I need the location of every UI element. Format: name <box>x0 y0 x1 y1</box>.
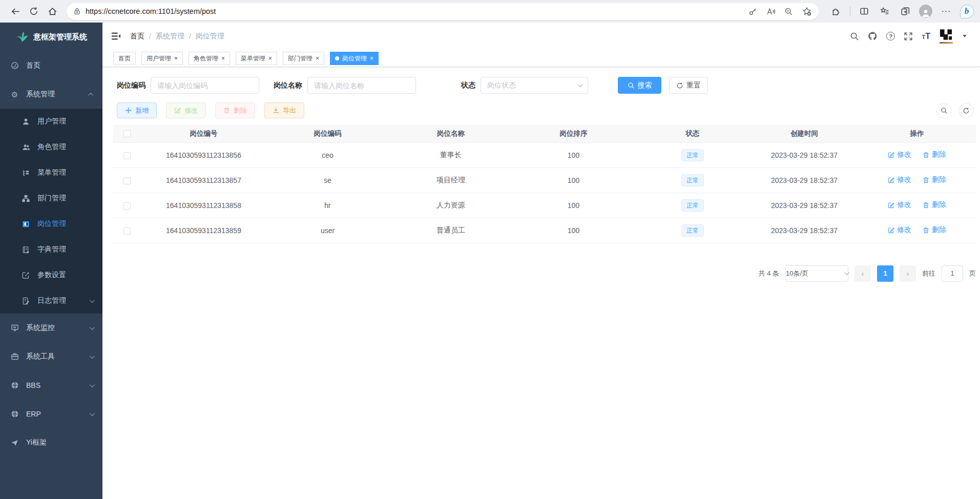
profile-avatar[interactable] <box>918 3 934 19</box>
trash-icon <box>923 202 929 209</box>
tab-menu-mgmt[interactable]: 菜单管理 × <box>236 52 277 65</box>
row-edit-button[interactable]: 修改 <box>888 150 911 159</box>
sidebar-item-dict-mgmt[interactable]: 字典管理 <box>0 237 102 262</box>
paper-plane-icon <box>10 439 19 447</box>
row-delete-button[interactable]: 删除 <box>923 150 946 159</box>
tab-post-mgmt[interactable]: 岗位管理 × <box>330 52 379 65</box>
page-size-select[interactable]: 10条/页 <box>785 265 848 282</box>
refresh-table-button[interactable] <box>958 103 974 118</box>
row-checkbox[interactable] <box>123 152 131 159</box>
sidebar-item-log-mgmt[interactable]: 日志管理 <box>0 288 102 314</box>
tab-label: 部门管理 <box>288 54 312 63</box>
refresh-icon[interactable] <box>26 3 42 19</box>
chevron-down-icon <box>90 298 95 303</box>
row-delete-button[interactable]: 删除 <box>923 225 946 235</box>
address-bar[interactable]: https://ccnetcore.com:1101/system/post <box>67 3 819 20</box>
delete-button[interactable]: 删除 <box>215 102 255 118</box>
sidebar-item-param-settings[interactable]: 参数设置 <box>0 262 102 288</box>
chevron-up-icon <box>88 92 93 97</box>
sidebar-item-label: 日志管理 <box>37 296 66 305</box>
sidebar-item-tools[interactable]: 系统工具 <box>0 342 102 371</box>
row-delete-button[interactable]: 删除 <box>923 175 946 184</box>
select-all-checkbox[interactable] <box>123 130 131 137</box>
sidebar-item-erp[interactable]: ERP <box>0 400 102 428</box>
pagination-total: 共 4 条 <box>759 269 779 278</box>
zoom-out-icon[interactable] <box>784 7 793 16</box>
post-table: 岗位编号 岗位编码 岗位名称 岗位排序 状态 创建时间 操作 164103059… <box>113 125 976 243</box>
sidebar-item-post-mgmt[interactable]: 岗位管理 <box>0 211 102 237</box>
row-delete-button[interactable]: 删除 <box>923 200 946 210</box>
sidebar-item-dept-mgmt[interactable]: 部门管理 <box>0 185 102 211</box>
header-search-icon[interactable] <box>850 32 859 41</box>
sidebar-item-label: 系统管理 <box>26 90 55 99</box>
chevron-down-icon <box>844 270 849 275</box>
home-icon[interactable] <box>44 3 60 19</box>
cell-post-name: 人力资源 <box>389 193 512 218</box>
bing-chat-icon[interactable]: b <box>958 3 975 19</box>
row-edit-button[interactable]: 修改 <box>888 200 911 210</box>
extensions-icon[interactable] <box>828 3 844 19</box>
read-aloud-icon[interactable] <box>766 7 775 16</box>
table-header-row: 岗位编号 岗位编码 岗位名称 岗位排序 状态 创建时间 操作 <box>113 125 976 142</box>
tab-close-icon[interactable]: × <box>221 55 225 61</box>
sidebar-item-menu-mgmt[interactable]: 菜单管理 <box>0 160 102 185</box>
browser-menu-icon[interactable]: ··· <box>938 3 954 19</box>
goto-page-input[interactable] <box>942 265 963 282</box>
next-page-button[interactable]: › <box>900 265 916 282</box>
help-icon[interactable]: ? <box>886 32 895 40</box>
github-icon[interactable] <box>868 31 878 41</box>
sidebar-item-role-mgmt[interactable]: 角色管理 <box>0 134 102 160</box>
post-code-input[interactable] <box>151 77 259 94</box>
url-text[interactable]: https://ccnetcore.com:1101/system/post <box>86 7 216 15</box>
sidebar-item-monitor[interactable]: 系统监控 <box>0 314 102 342</box>
sidebar-item-label: 字典管理 <box>37 245 66 254</box>
tab-dept-mgmt[interactable]: 部门管理 × <box>283 52 324 65</box>
download-icon <box>273 107 279 114</box>
sidebar-item-system[interactable]: ⚙ 系统管理 <box>0 80 102 109</box>
sidebar-item-label: 首页 <box>26 61 40 70</box>
tab-home[interactable]: 首页 <box>113 52 136 65</box>
row-checkbox[interactable] <box>123 202 131 210</box>
sidebar-item-bbs[interactable]: BBS <box>0 371 102 400</box>
tab-close-icon[interactable]: × <box>370 55 373 61</box>
dashboard-icon <box>10 61 19 70</box>
tab-close-icon[interactable]: × <box>316 55 319 61</box>
tab-role-mgmt[interactable]: 角色管理 × <box>189 52 230 65</box>
split-screen-icon[interactable] <box>856 3 872 19</box>
sidebar-item-label: 参数设置 <box>37 271 66 280</box>
status-select[interactable]: 岗位状态 <box>481 77 588 94</box>
cell-post-id: 1641030593112313857 <box>141 168 266 193</box>
tab-stack-add-icon[interactable] <box>897 3 913 19</box>
app-logo[interactable]: 意框架管理系统 <box>0 23 102 51</box>
breadcrumb-home[interactable]: 首页 <box>130 32 144 41</box>
row-edit-button[interactable]: 修改 <box>888 175 911 184</box>
back-icon[interactable] <box>7 3 24 19</box>
add-button[interactable]: 新增 <box>117 102 157 118</box>
password-key-icon[interactable] <box>748 7 757 16</box>
row-checkbox[interactable] <box>123 227 131 235</box>
row-checkbox[interactable] <box>123 177 131 184</box>
sidebar-item-home[interactable]: 首页 <box>0 51 102 80</box>
collections-icon[interactable] <box>877 3 893 19</box>
toggle-search-button[interactable] <box>936 103 952 118</box>
post-name-input[interactable] <box>307 77 416 94</box>
avatar-dropdown-caret[interactable] <box>963 35 967 37</box>
tab-close-icon[interactable]: × <box>268 55 272 61</box>
add-favorite-icon[interactable] <box>802 7 811 16</box>
edit-button[interactable]: 修改 <box>166 102 206 118</box>
current-page-button[interactable]: 1 <box>877 265 893 282</box>
fullscreen-icon[interactable] <box>904 32 913 41</box>
export-button[interactable]: 导出 <box>264 102 304 118</box>
reset-button[interactable]: 重置 <box>669 77 708 94</box>
active-tab-dot <box>335 56 339 60</box>
sidebar-collapse-icon[interactable] <box>110 31 121 42</box>
font-size-icon[interactable]: TT <box>922 32 930 41</box>
row-edit-button[interactable]: 修改 <box>888 225 911 235</box>
sidebar-item-user-mgmt[interactable]: 用户管理 <box>0 109 102 134</box>
sidebar-item-yi-framework[interactable]: Yi框架 <box>0 428 102 457</box>
tab-user-mgmt[interactable]: 用户管理 × <box>141 52 183 65</box>
prev-page-button[interactable]: ‹ <box>854 265 871 282</box>
search-button[interactable]: 搜索 <box>618 77 661 94</box>
user-avatar[interactable] <box>939 29 953 44</box>
tab-close-icon[interactable]: × <box>174 55 178 61</box>
